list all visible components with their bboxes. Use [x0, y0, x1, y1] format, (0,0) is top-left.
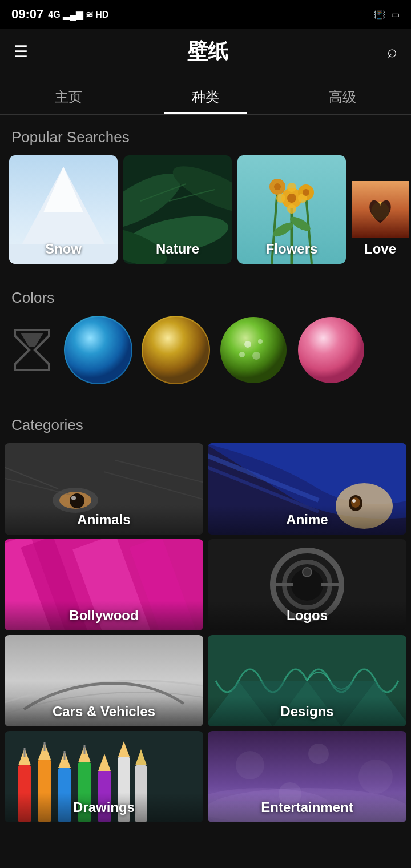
- search-card-snow-label: Snow: [9, 241, 118, 257]
- menu-icon[interactable]: ☰: [14, 42, 28, 61]
- category-card-designs[interactable]: Designs: [208, 635, 406, 726]
- category-card-logos[interactable]: Logos: [208, 539, 406, 630]
- app-title: 壁纸: [187, 38, 228, 66]
- tab-categories[interactable]: 种类: [137, 80, 274, 114]
- status-bar: 09:07 4G ▂▄▆ ≋ HD 📳 ▭: [0, 0, 411, 29]
- svg-point-32: [220, 317, 287, 383]
- svg-point-92: [236, 751, 264, 779]
- color-blue-button[interactable]: [64, 316, 132, 384]
- color-all-button[interactable]: [9, 327, 55, 373]
- svg-point-25: [274, 183, 281, 190]
- category-drawings-label: Drawings: [5, 793, 203, 822]
- categories-section: Categories Animals: [0, 403, 411, 827]
- categories-title: Categories: [0, 403, 411, 443]
- category-card-anime[interactable]: Anime: [208, 443, 406, 535]
- battery-icon: ▭: [391, 9, 400, 20]
- svg-point-62: [303, 568, 312, 577]
- categories-grid: Animals Anime: [0, 443, 411, 827]
- category-card-bollywood[interactable]: Bollywood: [5, 539, 203, 630]
- colors-scroll: [9, 316, 402, 389]
- category-bollywood-label: Bollywood: [5, 601, 203, 630]
- popular-searches-title: Popular Searches: [0, 115, 411, 155]
- color-green-button[interactable]: [219, 316, 288, 384]
- colors-section: Colors: [0, 275, 411, 403]
- svg-point-33: [244, 341, 251, 348]
- color-gold-button[interactable]: [142, 316, 210, 384]
- svg-point-24: [287, 194, 296, 203]
- search-icon[interactable]: ⌕: [387, 42, 397, 61]
- category-entertainment-label: Entertainment: [208, 793, 406, 822]
- category-animals-label: Animals: [5, 505, 203, 535]
- status-left: 09:07 4G ▂▄▆ ≋ HD: [11, 7, 108, 22]
- search-card-love[interactable]: Love: [352, 155, 409, 264]
- vibrate-icon: 📳: [374, 9, 385, 20]
- category-card-cars[interactable]: Cars & Vehicles: [5, 635, 203, 726]
- color-pink-button[interactable]: [297, 316, 365, 384]
- signal-icon: 4G ▂▄▆ ≋ HD: [48, 9, 108, 20]
- category-card-animals[interactable]: Animals: [5, 443, 203, 535]
- popular-searches-scroll: Snow Nature: [0, 155, 411, 275]
- svg-point-30: [65, 317, 131, 383]
- category-card-drawings[interactable]: Drawings: [5, 731, 203, 822]
- category-card-entertainment[interactable]: Entertainment: [208, 731, 406, 822]
- svg-point-31: [143, 317, 209, 383]
- svg-point-94: [358, 760, 393, 794]
- colors-title: Colors: [0, 275, 411, 316]
- svg-point-43: [71, 496, 76, 500]
- app-bar: ☰ 壁纸 ⌕: [0, 29, 411, 74]
- svg-point-36: [252, 352, 260, 360]
- svg-point-37: [298, 317, 364, 383]
- svg-point-93: [308, 744, 329, 764]
- search-card-love-label: Love: [352, 241, 409, 257]
- search-card-flowers-label: Flowers: [237, 241, 346, 257]
- svg-point-52: [352, 499, 356, 503]
- search-card-nature-label: Nature: [123, 241, 232, 257]
- search-card-nature[interactable]: Nature: [123, 155, 232, 264]
- svg-point-35: [239, 352, 245, 357]
- tab-advanced[interactable]: 高级: [274, 80, 411, 114]
- svg-point-26: [303, 189, 309, 196]
- tab-home[interactable]: 主页: [0, 80, 137, 114]
- svg-point-20: [287, 183, 296, 192]
- category-anime-label: Anime: [208, 505, 406, 535]
- tab-bar: 主页 种类 高级: [0, 74, 411, 115]
- search-card-flowers[interactable]: Flowers: [237, 155, 346, 264]
- category-cars-label: Cars & Vehicles: [5, 697, 203, 726]
- svg-point-34: [258, 339, 263, 344]
- status-time: 09:07: [11, 7, 43, 22]
- category-logos-label: Logos: [208, 601, 406, 630]
- svg-point-21: [287, 204, 296, 214]
- status-right: 📳 ▭: [374, 9, 400, 20]
- popular-searches-section: Popular Searches Snow: [0, 115, 411, 275]
- search-card-snow[interactable]: Snow: [9, 155, 118, 264]
- svg-point-22: [276, 194, 285, 203]
- category-designs-label: Designs: [208, 697, 406, 726]
